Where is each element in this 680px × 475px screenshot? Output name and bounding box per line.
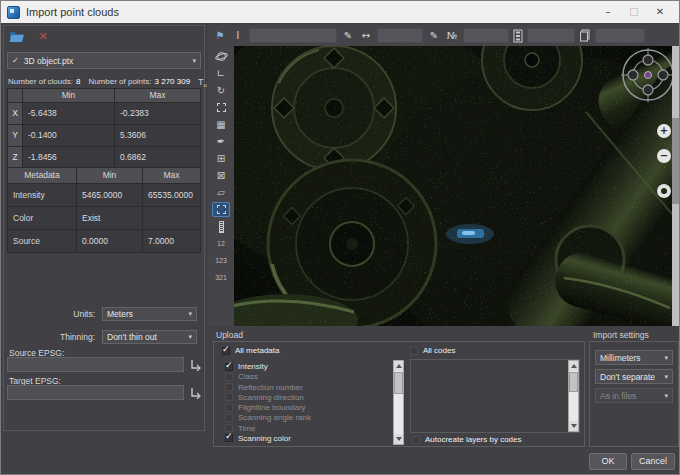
zoom-in-button[interactable]: + <box>657 124 671 138</box>
import-settings-title: Import settings <box>593 330 649 340</box>
all-metadata-checkbox[interactable]: ✓ All metadata <box>222 346 279 355</box>
select-points-icon[interactable] <box>212 202 230 217</box>
axis-corner-icon[interactable]: ∟ <box>212 66 230 81</box>
list-item[interactable]: Class <box>225 372 391 381</box>
pages-icon[interactable] <box>579 29 591 42</box>
layers-mode-select[interactable]: As in files ▾ <box>595 388 673 403</box>
coordinate-picker-icon[interactable] <box>189 387 201 399</box>
axis-label-y: Y <box>8 125 22 146</box>
x-min-value: -5.6438 <box>23 103 114 124</box>
horizontal-measure-icon[interactable]: ↔ <box>359 29 373 43</box>
marquee-select-icon[interactable] <box>212 100 230 115</box>
source-epsg-row <box>7 357 201 372</box>
select-add-icon[interactable]: ⊞ <box>212 151 230 166</box>
list-item[interactable]: Flightline boundary <box>225 403 391 412</box>
checkbox: ✓ <box>222 347 230 355</box>
maximize-button[interactable]: □ <box>621 2 647 22</box>
toolbar-input-4[interactable] <box>527 28 575 43</box>
t-zero-icon[interactable]: To <box>198 77 207 87</box>
scale-button-123[interactable]: 123 <box>212 253 230 268</box>
point-cloud-viewport[interactable]: + − <box>234 46 672 326</box>
film-strip-icon[interactable] <box>513 29 523 43</box>
thinning-select[interactable]: Don't thin out ▾ <box>102 330 197 344</box>
open-folder-button[interactable] <box>8 29 26 44</box>
bounds-corner-cell <box>8 89 22 102</box>
source-epsg-input[interactable] <box>7 357 184 372</box>
target-epsg-input[interactable] <box>7 385 184 400</box>
import-units-select[interactable]: Millimeters ▾ <box>595 350 673 365</box>
y-min-value: -0.1400 <box>23 125 114 146</box>
brush-icon[interactable]: ✒ <box>212 134 230 149</box>
viewport-side-toolbar: ∟ ↻ ▦ ✒ ⊞ ⊠ ▱ 12 123 321 <box>208 46 234 326</box>
numero-icon[interactable]: № <box>445 29 459 43</box>
zoom-out-button[interactable]: − <box>657 149 671 163</box>
list-item[interactable]: Reflection number <box>225 383 391 392</box>
units-label: Units: <box>4 309 102 319</box>
autocreate-layers-checkbox[interactable]: Autocreate layers by codes <box>412 435 522 444</box>
point-cloud-render <box>234 46 672 326</box>
toolbar-input-3[interactable] <box>463 28 509 43</box>
scroll-thumb[interactable] <box>394 372 403 394</box>
scale-button-321[interactable]: 321 <box>212 270 230 285</box>
chevron-down-icon: ▾ <box>192 57 196 65</box>
orbit-icon[interactable] <box>212 49 230 64</box>
flag-tool-icon[interactable]: ⚑ <box>213 29 227 43</box>
bounds-header-max: Max <box>115 89 200 102</box>
toolbar-input-1[interactable] <box>249 28 337 43</box>
cancel-button[interactable]: Cancel <box>631 453 675 470</box>
vertical-ruler-icon[interactable] <box>212 219 230 234</box>
checkbox <box>412 436 420 444</box>
separation-select[interactable]: Don't separate ▾ <box>595 369 673 384</box>
window-title: Import point clouds <box>26 6 119 18</box>
bounds-header-min: Min <box>23 89 114 102</box>
scroll-up-icon[interactable] <box>569 361 578 371</box>
metadata-table: Metadata Min Max Intensity 5465.0000 655… <box>7 167 201 253</box>
select-remove-icon[interactable]: ⊠ <box>212 168 230 183</box>
minimize-button[interactable]: – <box>595 2 621 22</box>
ok-button[interactable]: OK <box>589 453 627 470</box>
scroll-down-icon[interactable] <box>569 421 578 431</box>
metadata-row-name: Intensity <box>8 184 76 206</box>
metadata-header-min: Min <box>77 168 142 183</box>
coordinate-picker-icon[interactable] <box>189 359 201 371</box>
intensity-min: 5465.0000 <box>77 184 142 206</box>
units-select[interactable]: Meters ▾ <box>102 307 197 321</box>
list-item[interactable]: ✓Scanning color <box>225 434 391 443</box>
codes-list <box>410 359 580 433</box>
list-item[interactable]: Scanning direction <box>225 393 391 402</box>
scroll-thumb[interactable] <box>569 372 578 392</box>
remove-cloud-button[interactable]: ✕ <box>34 29 52 44</box>
all-codes-label: All codes <box>423 346 455 355</box>
polygon-select-icon[interactable]: ▱ <box>212 185 230 200</box>
chevron-down-icon: ▾ <box>664 373 668 381</box>
list-item[interactable]: ✓Intensity <box>225 362 391 371</box>
pencil-icon[interactable]: ✎ <box>427 29 441 43</box>
target-epsg-row <box>7 385 201 400</box>
viewport-scrollbar-thumb[interactable] <box>672 118 679 204</box>
toolbar-input-2[interactable] <box>377 28 423 43</box>
visibility-check-icon: ✓ <box>12 56 19 65</box>
checkbox <box>410 347 418 355</box>
all-codes-checkbox[interactable]: All codes <box>410 346 455 355</box>
metadata-list-scrollbar[interactable] <box>393 360 404 445</box>
list-item[interactable]: Scanning angle rank <box>225 413 391 422</box>
grid-icon[interactable]: ▦ <box>212 117 230 132</box>
scroll-down-icon[interactable] <box>394 434 403 444</box>
source-max: 7.0000 <box>143 230 200 252</box>
close-button[interactable]: ✕ <box>647 2 673 22</box>
clouds-count-value: 8 <box>76 77 80 86</box>
navigation-compass[interactable] <box>620 47 672 103</box>
scroll-up-icon[interactable] <box>394 361 403 371</box>
codes-list-scrollbar[interactable] <box>568 360 579 432</box>
rotate-icon[interactable]: ↻ <box>212 83 230 98</box>
toolbar-input-5[interactable] <box>595 28 645 43</box>
cloud-file-select[interactable]: ✓ 3D object.ptx ▾ <box>7 52 201 69</box>
scale-button-12[interactable]: 12 <box>212 236 230 251</box>
orbit-center-button[interactable] <box>657 184 671 198</box>
viewport-scrollbar[interactable] <box>672 46 679 326</box>
list-item[interactable]: Time <box>225 424 391 433</box>
text-cursor-icon[interactable]: I <box>231 29 245 43</box>
pencil-icon[interactable]: ✎ <box>341 29 355 43</box>
check-icon: ✓ <box>222 344 230 354</box>
titlebar[interactable]: Import point clouds – □ ✕ <box>1 1 679 23</box>
